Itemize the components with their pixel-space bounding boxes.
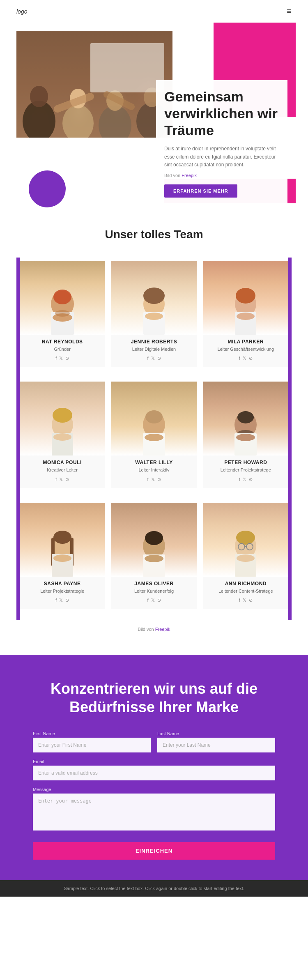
facebook-icon[interactable]: f	[147, 598, 148, 603]
hero-title: Gemeinsam verwirklichen wir Träume	[164, 88, 283, 138]
svg-point-49	[236, 531, 255, 545]
team-member-name: PETER HOWARD	[203, 460, 288, 465]
instagram-icon[interactable]: ⊙	[249, 477, 253, 482]
team-socials: f 𝕏 ⊙	[111, 477, 196, 482]
team-photo	[20, 382, 105, 455]
footer: Sample text. Click to select the text bo…	[0, 880, 308, 897]
team-card: PETER HOWARD Leitender Projektstratege f…	[200, 378, 292, 499]
twitter-icon[interactable]: 𝕏	[59, 356, 63, 361]
svg-point-28	[53, 433, 71, 441]
head-shape	[44, 523, 81, 577]
team-photo	[20, 261, 105, 335]
facebook-icon[interactable]: f	[147, 477, 148, 482]
instagram-icon[interactable]: ⊙	[65, 598, 69, 603]
hero-cta-button[interactable]: ERFAHREN SIE MEHR	[164, 184, 237, 198]
team-member-role: Leiter Digitale Medien	[111, 346, 196, 352]
head-shape	[227, 523, 264, 577]
twitter-icon[interactable]: 𝕏	[243, 598, 246, 603]
team-socials: f 𝕏 ⊙	[111, 356, 196, 361]
svg-point-34	[237, 411, 254, 423]
team-card: NAT REYNOLDS Gründer f 𝕏 ⊙	[16, 258, 108, 378]
facebook-icon[interactable]: f	[239, 477, 240, 482]
facebook-icon[interactable]: f	[147, 356, 148, 361]
team-member-name: JENNIE ROBERTS	[111, 339, 196, 345]
message-group: Message	[33, 787, 275, 832]
instagram-icon[interactable]: ⊙	[157, 477, 161, 482]
head-shape	[227, 281, 264, 335]
message-textarea[interactable]	[33, 794, 275, 830]
email-group: Email	[33, 759, 275, 780]
team-member-role: Leiter Kundenerfolg	[111, 588, 196, 594]
header: logo ≡	[0, 0, 308, 23]
twitter-icon[interactable]: 𝕏	[243, 356, 246, 361]
team-card: JAMES OLIVER Leiter Kundenerfolg f 𝕏 ⊙	[108, 499, 200, 620]
svg-point-45	[145, 531, 163, 545]
facebook-icon[interactable]: f	[239, 356, 240, 361]
team-socials: f 𝕏 ⊙	[203, 356, 288, 361]
facebook-icon[interactable]: f	[55, 356, 57, 361]
facebook-icon[interactable]: f	[55, 477, 57, 482]
team-photo	[111, 503, 196, 577]
team-member-role: Gründer	[20, 346, 105, 352]
instagram-icon[interactable]: ⊙	[249, 598, 253, 603]
svg-point-16	[55, 310, 70, 317]
team-grid: NAT REYNOLDS Gründer f 𝕏 ⊙ JENNIE ROBERT…	[16, 258, 292, 620]
twitter-icon[interactable]: 𝕏	[151, 598, 155, 603]
team-member-role: Leiter Geschäftsentwicklung	[203, 346, 288, 352]
facebook-icon[interactable]: f	[239, 598, 240, 603]
hamburger-menu[interactable]: ≡	[287, 7, 292, 16]
team-card: WALTER LILLY Leiter Interaktiv f 𝕏 ⊙	[108, 378, 200, 499]
cta-title: Konzentrieren wir uns auf die Bedürfniss…	[33, 679, 275, 716]
hero-image-credit: Bild von Freepik	[164, 173, 283, 178]
svg-point-2	[30, 86, 48, 107]
email-label: Email	[33, 759, 275, 764]
hero-purple-circle	[29, 170, 66, 207]
team-card: SASHA PAYNE Leiter Projektstrategie f 𝕏 …	[16, 499, 108, 620]
instagram-icon[interactable]: ⊙	[157, 356, 161, 361]
team-photo	[203, 503, 288, 577]
svg-point-26	[53, 408, 72, 423]
head-shape	[136, 523, 172, 577]
team-title: Unser tolles Team	[16, 228, 292, 241]
team-member-role: Leiter Interaktiv	[111, 467, 196, 473]
team-member-role: Kreativer Leiter	[20, 467, 105, 473]
team-card: JENNIE ROBERTS Leiter Digitale Medien f …	[108, 258, 200, 378]
first-name-input[interactable]	[33, 738, 151, 752]
twitter-icon[interactable]: 𝕏	[59, 477, 63, 482]
last-name-input[interactable]	[157, 738, 275, 752]
cta-section: Konzentrieren wir uns auf die Bedürfniss…	[0, 655, 308, 880]
twitter-icon[interactable]: 𝕏	[151, 356, 155, 361]
instagram-icon[interactable]: ⊙	[65, 356, 69, 361]
twitter-icon[interactable]: 𝕏	[243, 477, 246, 482]
team-socials: f 𝕏 ⊙	[20, 477, 105, 482]
svg-point-43	[53, 554, 71, 562]
svg-point-24	[237, 313, 255, 320]
svg-point-32	[145, 434, 163, 441]
purple-bar-left	[16, 258, 20, 620]
head-shape	[136, 402, 172, 455]
contact-form: First Name Last Name Email Message EINRE…	[33, 731, 275, 860]
first-name-col: First Name	[33, 731, 151, 759]
first-name-label: First Name	[33, 731, 151, 736]
team-socials: f 𝕏 ⊙	[203, 598, 288, 603]
team-member-role: Leitender Content-Stratege	[203, 588, 288, 594]
email-input[interactable]	[33, 766, 275, 780]
twitter-icon[interactable]: 𝕏	[59, 598, 63, 603]
twitter-icon[interactable]: 𝕏	[151, 477, 155, 482]
instagram-icon[interactable]: ⊙	[157, 598, 161, 603]
svg-point-47	[145, 555, 163, 562]
team-member-role: Leiter Projektstrategie	[20, 588, 105, 594]
instagram-icon[interactable]: ⊙	[65, 477, 69, 482]
instagram-icon[interactable]: ⊙	[249, 356, 253, 361]
svg-point-37	[236, 434, 255, 441]
team-freepik-credit: Bild von Freepik	[16, 627, 292, 632]
team-member-name: JAMES OLIVER	[111, 581, 196, 587]
last-name-col: Last Name	[157, 731, 275, 759]
hero-image	[16, 31, 172, 138]
footer-text: Sample text. Click to select the text bo…	[64, 886, 244, 891]
hero-section: Gemeinsam verwirklichen wir Träume Duis …	[16, 23, 292, 195]
team-member-name: NAT REYNOLDS	[20, 339, 105, 345]
team-member-name: ANN RICHMOND	[203, 581, 288, 587]
submit-button[interactable]: EINREICHEN	[33, 842, 275, 860]
facebook-icon[interactable]: f	[55, 598, 57, 603]
